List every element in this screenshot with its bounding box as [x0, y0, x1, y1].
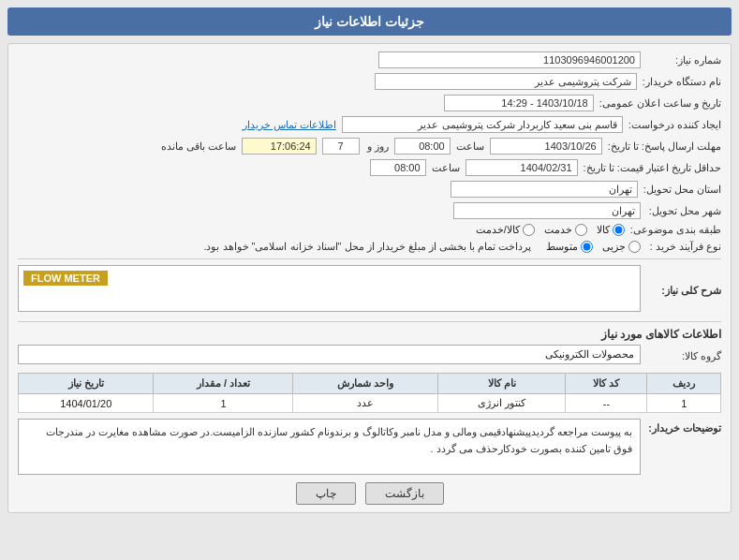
group-kala-box: محصولات الکترونیکی: [18, 345, 641, 364]
row-group-kala: گروه کالا: محصولات الکترونیکی: [18, 345, 721, 368]
group-value: محصولات الکترونیکی: [545, 348, 634, 360]
radio-kala[interactable]: کالا: [597, 224, 625, 236]
ijad-input[interactable]: [342, 116, 623, 133]
tabaqe-radio-group: کالا خدمت کالا/خدمت: [476, 224, 625, 236]
shahr-input[interactable]: [453, 202, 641, 219]
col-kod: کد کالا: [566, 374, 647, 394]
flowmeter-badge: FLOW METER: [23, 271, 108, 286]
etelaat-title: اطلاعات کالاهای مورد نیاز: [18, 328, 721, 341]
page-wrapper: جزئیات اطلاعات نیاز شماره نیاز: نام دستگ…: [0, 0, 739, 560]
mande-label: ساعت باقی مانده: [161, 140, 236, 153]
saaat-label: ساعت: [456, 140, 484, 153]
ijad-label: ایجاد کننده درخواست:: [628, 119, 721, 131]
radio-motavasset[interactable]: متوسط: [546, 241, 593, 253]
hadd-saaat-input[interactable]: [370, 159, 426, 176]
row-shahr: شهر محل تحویل:: [18, 202, 721, 219]
radio-kala-khadamat[interactable]: کالا/خدمت: [476, 224, 535, 236]
row-tabaqe: طبقه بندی موضوعی: کالا خدمت کالا/خدمت: [18, 224, 721, 236]
col-name: نام کالا: [438, 374, 566, 394]
now-label: نوع فرآیند خرید :: [646, 241, 721, 253]
ostan-input[interactable]: [451, 181, 638, 198]
hadd-date-input[interactable]: [466, 159, 578, 176]
farayand-note: پرداخت تمام با بخشی از مبلغ خریدار از مح…: [203, 241, 531, 253]
row-tawzih: توضیحات خریدار: به پیوست مراجعه گردیدپیش…: [18, 419, 721, 475]
back-button[interactable]: بازگشت: [365, 482, 444, 505]
buttons-row: بازگشت چاپ: [18, 482, 721, 505]
kala-table: ردیف کد کالا نام کالا واحد شمارش تعداد /…: [18, 373, 721, 413]
shomara-input[interactable]: [378, 52, 641, 68]
row-ostan: استان محل تحویل:: [18, 181, 721, 198]
cell-name: کنتور انرژی: [438, 394, 566, 413]
row-mohlat: مهلت ارسال پاسخ: تا تاریخ: ساعت روز و سا…: [18, 138, 721, 155]
radio-khadamat[interactable]: خدمت: [544, 224, 587, 236]
tabaqe-label: طبقه بندی موضوعی:: [630, 224, 721, 236]
group-label: گروه کالا:: [646, 350, 721, 362]
radio-jozii[interactable]: جزیی: [602, 241, 641, 253]
col-vahed: واحد شمارش: [293, 374, 438, 394]
cell-vahed: عدد: [293, 394, 438, 413]
farayand-radio-group: جزیی متوسط: [546, 241, 641, 253]
tawzih-box: به پیوست مراجعه گردیدپیشنهادقیمی ومالی و…: [18, 419, 641, 475]
tawzih-label: توضیحات خریدار:: [646, 422, 721, 435]
itemas-link[interactable]: اطلاعات تماس خریدار: [243, 119, 336, 131]
page-title: جزئیات اطلاعات نیاز: [315, 14, 424, 29]
row-now-farayand: نوع فرآیند خرید : جزیی متوسط پرداخت تمام…: [18, 241, 721, 253]
rooz-label: روز و: [365, 140, 389, 153]
col-tarikh: تاریخ نیاز: [19, 374, 154, 394]
nam-dastgah-input[interactable]: [375, 73, 637, 90]
nam-dastgah-label: نام دستگاه خریدار:: [643, 76, 721, 88]
mohlat-mande-input[interactable]: [242, 138, 317, 155]
row-hadd-tarikh: حداقل تاریخ اعتبار قیمت: تا تاریخ: ساعت: [18, 159, 721, 176]
row-nam-dastgah: نام دستگاه خریدار:: [18, 73, 721, 90]
cell-radif: 1: [647, 394, 721, 413]
shahr-label: شهر محل تحویل:: [646, 205, 721, 217]
row-shomara: شماره نیاز:: [18, 52, 721, 68]
divider-2: [18, 321, 721, 322]
print-button[interactable]: چاپ: [296, 482, 356, 505]
mohlat-label: مهلت ارسال پاسخ: تا تاریخ:: [608, 140, 721, 153]
row-ijad: ایجاد کننده درخواست: اطلاعات تماس خریدار: [18, 116, 721, 133]
col-tedad: تعداد / مقدار: [154, 374, 293, 394]
mohlat-date-input[interactable]: [490, 138, 602, 155]
mohlat-saaat-input[interactable]: [394, 138, 451, 155]
row-tarikh: تاریخ و ساعت اعلان عمومی:: [18, 95, 721, 111]
shomara-label: شماره نیاز:: [646, 54, 721, 66]
page-header: جزئیات اطلاعات نیاز: [7, 7, 732, 36]
divider-1: [18, 258, 721, 259]
hadd-saaat-label: ساعت: [432, 162, 460, 174]
table-row: 1--کنتور انرژیعدد11404/01/20: [19, 394, 721, 413]
cell-tedad: 1: [154, 394, 293, 413]
tawzih-text: به پیوست مراجعه گردیدپیشنهادقیمی ومالی و…: [46, 426, 632, 454]
ostan-label: استان محل تحویل:: [643, 184, 721, 196]
tarikh-label: تاریخ و ساعت اعلان عمومی:: [599, 97, 721, 110]
col-radif: ردیف: [647, 374, 721, 394]
flowmeter-box: FLOW METER: [18, 265, 641, 312]
cell-kod: --: [566, 394, 647, 413]
cell-tarikh: 1404/01/20: [19, 394, 154, 413]
main-card: شماره نیاز: نام دستگاه خریدار: تاریخ و س…: [7, 43, 732, 513]
mohlat-rooz-input[interactable]: [322, 138, 360, 155]
row-sharh: شرح کلی نیاز: FLOW METER: [18, 265, 721, 316]
hadd-label: حداقل تاریخ اعتبار قیمت: تا تاریخ:: [584, 162, 721, 174]
sharh-label: شرح کلی نیاز:: [646, 285, 721, 297]
tarikh-input[interactable]: [444, 95, 594, 111]
